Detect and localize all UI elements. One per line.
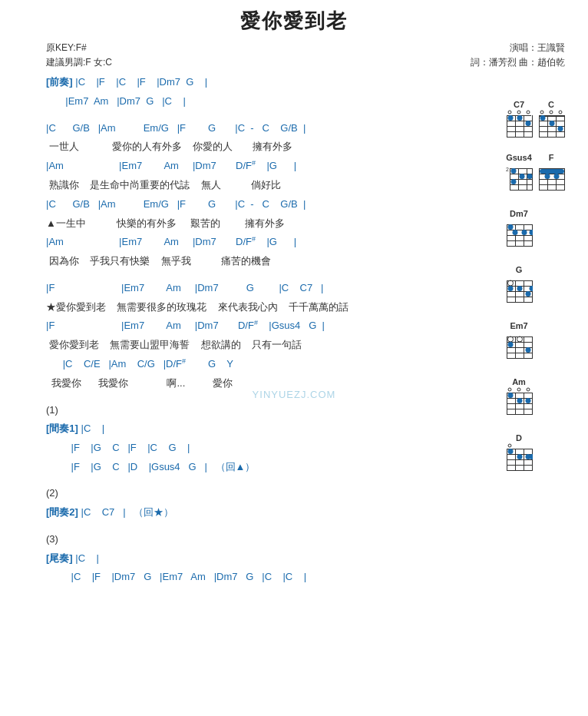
diagram-group-em7: Em7 [505,321,582,365]
svg-point-93 [517,336,523,342]
diagram-group-d: D [505,433,582,477]
svg-point-28 [550,121,555,126]
svg-rect-90 [507,353,533,353]
svg-point-92 [508,336,514,342]
svg-point-12 [508,115,514,121]
ch-chord3: |C C/E |Am C/G |D/F# G Y [46,355,580,374]
diagram-f-grid [537,163,565,197]
section-chorus: |F |Em7 Am |Dm7 G |C C7 | ★愛你愛到老 無需要很多的玫… [46,279,580,393]
svg-rect-120 [507,470,533,471]
svg-rect-49 [539,174,565,174]
intro-label: [前奏] |C |F |C |F |Dm7 G | [46,73,580,92]
svg-text:2: 2 [506,167,509,172]
v1-lyric4: 因為你 乎我只有快樂 無乎我 痛苦的機會 [46,252,580,271]
svg-rect-51 [539,184,565,185]
svg-rect-91 [507,358,533,359]
section-verse1: |C G/B |Am Em/G |F G |C - C G/B | 一世人 愛你… [46,119,580,271]
interlude1-line3: |F |G C |D |Gsus4 G | （回▲） [46,458,580,477]
svg-rect-52 [539,190,565,191]
svg-rect-50 [539,179,565,180]
svg-rect-118 [507,459,533,460]
interlude1-label: [間奏1] |C | [46,419,580,439]
diagram-d-label: D [516,433,522,443]
diagram-g: G [505,265,533,309]
svg-rect-61 [507,230,533,230]
key-info: 原KEY:F# [46,41,112,55]
diagram-d-grid [505,443,533,477]
svg-rect-9 [507,126,533,127]
meta-left: 原KEY:F# 建議男調:F 女:C [46,41,112,70]
outro-line2: |C |F |Dm7 G |Em7 Am |Dm7 G |C |C | [46,568,580,587]
diagram-gsus4: Gsus4 2 [505,153,533,197]
svg-point-2 [527,111,530,114]
diagram-dm7-label: Dm7 [510,209,528,218]
interlude1-line2: |F |G C |F |C G | [46,439,580,458]
lyrics-info: 詞：潘芳烈 曲：趙伯乾 [471,55,565,70]
diagram-c7-grid [505,110,533,141]
svg-rect-62 [507,235,533,236]
suggestion-info: 建議男調:F 女:C [46,55,112,70]
diagram-f: F [537,153,565,197]
diagram-gsus4-label: Gsus4 [506,153,532,162]
svg-point-68 [530,230,533,235]
svg-rect-38 [510,184,533,185]
svg-rect-25 [539,131,565,132]
svg-rect-39 [510,190,533,191]
diagram-group-c7-c: C7 [505,100,582,141]
svg-point-41 [520,174,525,179]
diagram-f-label: F [549,153,554,162]
song-title: 愛你愛到老 [0,8,588,35]
svg-point-110 [526,398,531,403]
diagram-c7-label: C7 [514,100,524,109]
svg-point-121 [508,449,514,454]
section-intro: [前奏] |C |F |C |F |Dm7 G | |Em7 Am |Dm7 G… [46,73,580,111]
svg-point-1 [517,111,520,114]
svg-point-79 [508,286,514,291]
ch-lyric2: 愛你愛到老 無需要山盟甲海誓 想欲講的 只有一句話 [46,336,580,355]
diagram-g-label: G [516,265,523,274]
svg-point-80 [517,286,523,291]
diagram-em7-label: Em7 [510,321,527,330]
v1-chord4: |Am |Em7 Am |Dm7 D/F# |G | [46,233,580,252]
page: 愛你愛到老 原KEY:F# 建議男調:F 女:C 演唱：王識賢 詞：潘芳烈 曲：… [0,0,588,716]
interlude2-label: [間奏2] |C C7 | （回★） [46,503,580,522]
diagram-em7-grid [505,331,533,365]
svg-point-96 [508,388,511,391]
svg-rect-106 [507,409,533,409]
svg-point-16 [550,111,553,114]
chord-diagrams-column: C7 [505,100,582,482]
svg-point-109 [517,398,523,403]
ch-lyric1: ★愛你愛到老 無需要很多的玫瑰花 來代表我心內 千千萬萬的話 [46,298,580,317]
svg-point-0 [508,111,511,114]
svg-point-65 [508,224,514,230]
svg-point-81 [526,291,531,297]
svg-point-111 [508,444,511,447]
v1-lyric3: ▲一生中 快樂的有外多 艱苦的 擁有外多 [46,214,580,234]
diagram-g-grid [505,275,533,309]
svg-point-14 [526,121,531,126]
svg-point-15 [540,111,543,114]
svg-point-108 [508,393,514,398]
diagram-am-grid [505,387,533,421]
svg-point-55 [554,174,560,179]
svg-rect-53 [540,169,564,174]
svg-point-54 [545,174,550,179]
svg-point-13 [517,115,523,121]
diagram-em7: Em7 [505,321,533,365]
v1-chord2: |Am |Em7 Am |Dm7 D/F# |G | [46,157,580,176]
svg-rect-11 [507,137,533,138]
section-interlude2: (2) [間奏2] |C C7 | （回★） [46,484,580,522]
svg-rect-26 [539,137,565,138]
chord-section: [前奏] |C |F |C |F |Dm7 G | |Em7 Am |Dm7 G… [0,73,588,587]
svg-point-40 [511,168,517,174]
singer-info: 演唱：王識賢 [471,41,565,55]
intro-line2: |Em7 Am |Dm7 G |C | [46,92,580,111]
diagram-group-dm7: Dm7 [505,209,582,253]
interlude2-num: (2) [46,484,580,503]
diagram-am-label: Am [512,377,526,386]
svg-point-82 [530,286,533,291]
section-outro: (3) [尾奏] |C | |C |F |Dm7 G |Em7 Am |Dm7 … [46,530,580,587]
diagram-dm7: Dm7 [505,209,533,253]
diagram-am: Am [505,377,533,421]
section-interlude1: (1) [間奏1] |C | |F |G C |F |C G | |F |G C… [46,401,580,477]
